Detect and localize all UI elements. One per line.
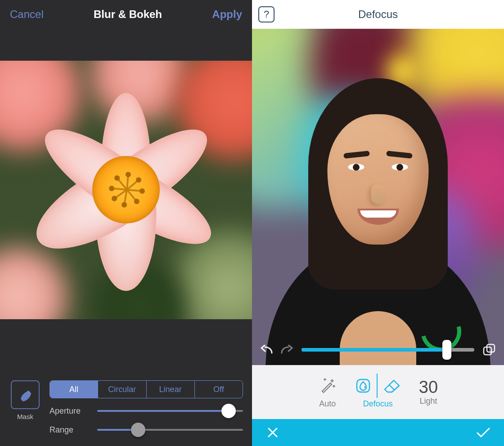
defocus-app: ? Defocus bbox=[252, 0, 504, 446]
overlay-controls bbox=[252, 341, 504, 359]
tool-bar: Auto Defocus 30 Light bbox=[252, 365, 504, 419]
mask-button[interactable] bbox=[11, 380, 40, 409]
segment-all[interactable]: All bbox=[50, 381, 98, 398]
compare-button[interactable] bbox=[482, 342, 497, 357]
segment-circular[interactable]: Circular bbox=[98, 381, 146, 398]
undo-icon bbox=[260, 345, 274, 355]
intensity-slider[interactable] bbox=[302, 343, 474, 356]
defocus-icon bbox=[355, 378, 371, 394]
intensity-fill bbox=[302, 348, 447, 352]
blur-mode-segmented[interactable]: All Circular Linear Off bbox=[50, 380, 243, 398]
range-slider[interactable] bbox=[97, 424, 243, 436]
range-thumb[interactable] bbox=[131, 423, 145, 437]
bottom-bar bbox=[252, 419, 504, 446]
defocus-tool[interactable]: Defocus bbox=[355, 376, 401, 409]
light-value: 30 bbox=[419, 379, 438, 396]
header: Cancel Blur & Bokeh Apply bbox=[0, 0, 252, 29]
auto-label: Auto bbox=[319, 399, 336, 409]
range-label: Range bbox=[50, 425, 90, 435]
redo-button bbox=[279, 342, 294, 357]
aperture-label: Aperture bbox=[50, 406, 90, 416]
header: ? Defocus bbox=[252, 0, 504, 29]
mask-label: Mask bbox=[17, 413, 33, 420]
light-tool[interactable]: 30 Light bbox=[419, 379, 438, 406]
check-icon bbox=[476, 426, 491, 439]
aperture-thumb[interactable] bbox=[221, 404, 236, 418]
cancel-button[interactable]: Cancel bbox=[10, 8, 44, 21]
cancel-button[interactable] bbox=[264, 424, 282, 442]
blur-bokeh-app: Cancel Blur & Bokeh Apply Mask bbox=[0, 0, 252, 446]
intensity-thumb[interactable] bbox=[442, 340, 451, 360]
screen-title: Blur & Bokeh bbox=[94, 8, 162, 21]
apply-button[interactable]: Apply bbox=[212, 8, 242, 21]
range-row: Range bbox=[50, 424, 243, 436]
preview-image bbox=[252, 29, 504, 365]
help-button[interactable]: ? bbox=[258, 6, 274, 22]
svg-point-3 bbox=[364, 386, 366, 388]
compare-icon bbox=[482, 343, 496, 357]
screen-title: Defocus bbox=[358, 8, 398, 21]
preview-canvas[interactable] bbox=[0, 29, 252, 373]
magic-wand-icon bbox=[318, 376, 337, 395]
help-icon: ? bbox=[264, 9, 269, 20]
mask-icon bbox=[16, 386, 34, 404]
redo-icon bbox=[280, 345, 293, 355]
auto-tool[interactable]: Auto bbox=[318, 376, 337, 409]
close-icon bbox=[266, 426, 279, 439]
light-label: Light bbox=[419, 397, 437, 406]
aperture-row: Aperture bbox=[50, 405, 243, 417]
preview-image bbox=[0, 61, 252, 319]
confirm-button[interactable] bbox=[474, 424, 492, 442]
segment-off[interactable]: Off bbox=[194, 381, 243, 398]
tool-separator bbox=[377, 374, 378, 398]
eraser-icon bbox=[383, 379, 401, 393]
segment-linear[interactable]: Linear bbox=[146, 381, 194, 398]
defocus-label: Defocus bbox=[363, 399, 393, 409]
preview-canvas[interactable] bbox=[252, 29, 504, 365]
aperture-slider[interactable] bbox=[97, 405, 243, 417]
undo-button[interactable] bbox=[259, 342, 274, 357]
aperture-fill bbox=[97, 410, 229, 412]
controls-panel: Mask All Circular Linear Off Aperture Ra… bbox=[0, 373, 252, 446]
